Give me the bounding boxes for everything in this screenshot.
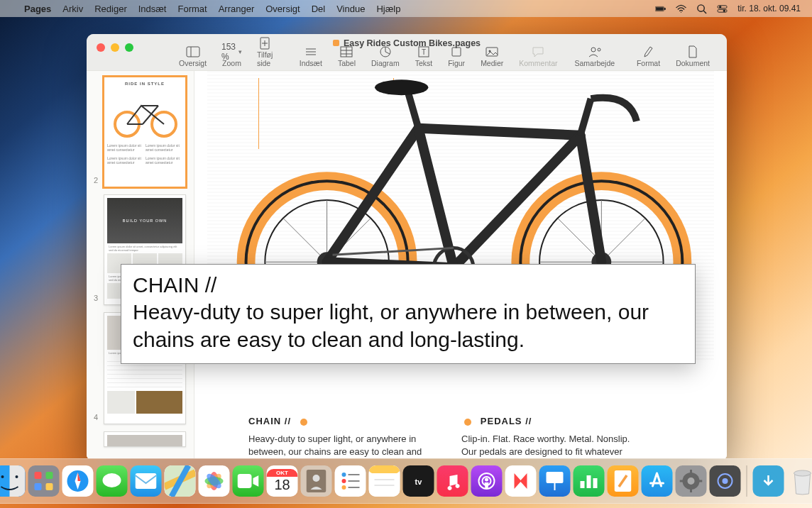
pedals-heading: PEDALS //: [481, 416, 532, 426]
svg-rect-1: [657, 7, 664, 10]
dock-safari[interactable]: [62, 465, 94, 497]
thumb3-num: 3: [94, 294, 98, 302]
dot-icon: [300, 419, 307, 426]
thumb4-num: 4: [94, 413, 98, 421]
thumb-page-5[interactable]: [94, 431, 187, 447]
svg-line-4: [704, 11, 707, 13]
menu-rediger[interactable]: Rediger: [94, 4, 127, 14]
add-page-icon: [258, 37, 272, 50]
toolbar-zoom[interactable]: 153 % Zoom: [215, 45, 248, 69]
toolbar-shape[interactable]: Figur: [441, 45, 472, 69]
titlebar: Easy Rides Custom Bikes.pages Oversigt 1…: [87, 34, 727, 71]
svg-rect-65: [35, 483, 42, 490]
dock-photos[interactable]: [199, 465, 230, 497]
toolbar-chart[interactable]: Diagram: [364, 45, 407, 69]
menu-arranger[interactable]: Arranger: [219, 4, 255, 14]
dock-tv[interactable]: tv: [403, 465, 434, 497]
svg-point-54: [375, 79, 428, 95]
thumb3-title: BUILD YOUR OWN: [107, 198, 182, 243]
text-icon: T: [417, 45, 431, 58]
dock-separator: [747, 465, 747, 497]
svg-rect-71: [136, 473, 157, 489]
thumb-page-2[interactable]: RIDE IN STYLE Lorem ipsum dolor sit amet…: [94, 77, 187, 187]
svg-point-80: [313, 475, 320, 482]
svg-rect-64: [46, 472, 53, 479]
format-icon: [642, 45, 656, 58]
dock-appstore[interactable]: [642, 465, 673, 497]
toolbar-text[interactable]: T Tekst: [408, 45, 440, 69]
dock-notes[interactable]: [369, 465, 400, 497]
hover-body: Heavy-duty to super light, or anywhere i…: [133, 299, 684, 353]
toolbar-comment[interactable]: Kommentar: [512, 45, 564, 69]
dock-pages-app[interactable]: [608, 465, 639, 497]
dock-facetime[interactable]: [233, 465, 264, 497]
pedals-column[interactable]: PEDALS // Clip-in. Flat. Race worthy. Me…: [461, 415, 646, 461]
menubar-clock[interactable]: tir. 18. okt. 09.41: [737, 4, 801, 13]
toolbar-insert[interactable]: Indsæt: [292, 45, 329, 69]
toolbar-collaborate[interactable]: Samarbejde: [568, 45, 622, 69]
svg-point-108: [723, 478, 728, 484]
dock-extra[interactable]: [710, 465, 741, 497]
chain-column[interactable]: CHAIN // Heavy-duty to super light, or a…: [248, 415, 433, 461]
menu-indsaet[interactable]: Indsæt: [138, 4, 167, 14]
control-center-icon[interactable]: [717, 4, 728, 14]
pages-window: Easy Rides Custom Bikes.pages Oversigt 1…: [87, 34, 727, 461]
shape-icon: [449, 45, 463, 58]
callout-dot-wheel: [253, 229, 260, 236]
svg-rect-98: [587, 475, 591, 488]
svg-line-51: [581, 136, 602, 263]
toolbar-table[interactable]: Tabel: [331, 45, 363, 69]
svg-text:tv: tv: [415, 477, 423, 486]
toolbar-add-page[interactable]: Tilføj side: [250, 37, 280, 69]
battery-icon[interactable]: [655, 4, 666, 14]
dock-music[interactable]: [437, 465, 468, 497]
menu-arkiv[interactable]: Arkiv: [62, 4, 83, 14]
dock: OKT 18 tv: [0, 458, 812, 504]
dock-messages[interactable]: [97, 465, 128, 497]
dock-reminders[interactable]: [335, 465, 366, 497]
svg-point-85: [342, 485, 346, 490]
svg-point-61: [1, 475, 4, 478]
svg-point-3: [698, 4, 704, 11]
svg-point-102: [688, 477, 695, 485]
toolbar-format[interactable]: Format: [630, 45, 667, 69]
dock-settings[interactable]: [676, 465, 707, 497]
thumb2-bike: [107, 89, 182, 138]
dock-calendar[interactable]: OKT 18: [267, 465, 298, 497]
comment-icon: [531, 45, 545, 58]
svg-rect-60: [10, 465, 26, 497]
svg-point-83: [342, 479, 346, 483]
dock-finder[interactable]: [0, 465, 26, 497]
svg-point-8: [723, 10, 725, 11]
dock-launchpad[interactable]: [28, 465, 60, 497]
svg-rect-2: [664, 8, 665, 10]
insert-icon: [304, 45, 318, 58]
menu-format[interactable]: Format: [177, 4, 207, 14]
menubar: Pages Arkiv Rediger Indsæt Format Arrang…: [0, 0, 812, 17]
dock-contacts[interactable]: [301, 465, 332, 497]
dock-numbers[interactable]: [574, 465, 605, 497]
pedals-body: Clip-in. Flat. Race worthy. Metal. Nonsl…: [461, 433, 646, 461]
dock-mail[interactable]: [131, 465, 162, 497]
dock-keynote[interactable]: [539, 465, 571, 497]
menu-hjaelp[interactable]: Hjælp: [376, 4, 400, 14]
wifi-icon[interactable]: [676, 4, 686, 14]
svg-rect-7: [718, 9, 727, 12]
spotlight-icon[interactable]: [696, 4, 707, 14]
toolbar-oversigt[interactable]: Oversigt: [172, 45, 214, 69]
svg-rect-66: [46, 483, 53, 490]
toolbar-media[interactable]: Medier: [473, 45, 510, 69]
dock-maps[interactable]: [165, 465, 196, 497]
dock-podcasts[interactable]: [471, 465, 503, 497]
menu-del[interactable]: Del: [312, 4, 326, 14]
dock-news[interactable]: [505, 465, 537, 497]
document-icon: [686, 45, 700, 58]
menu-app-name[interactable]: Pages: [24, 4, 51, 14]
svg-rect-87: [369, 465, 400, 474]
dock-trash[interactable]: [787, 465, 813, 497]
menu-vindue[interactable]: Vindue: [336, 4, 365, 14]
toolbar-document[interactable]: Dokument: [669, 45, 717, 69]
dock-downloads[interactable]: [753, 465, 784, 497]
table-icon: [339, 45, 353, 58]
menu-oversigt[interactable]: Oversigt: [265, 4, 300, 14]
